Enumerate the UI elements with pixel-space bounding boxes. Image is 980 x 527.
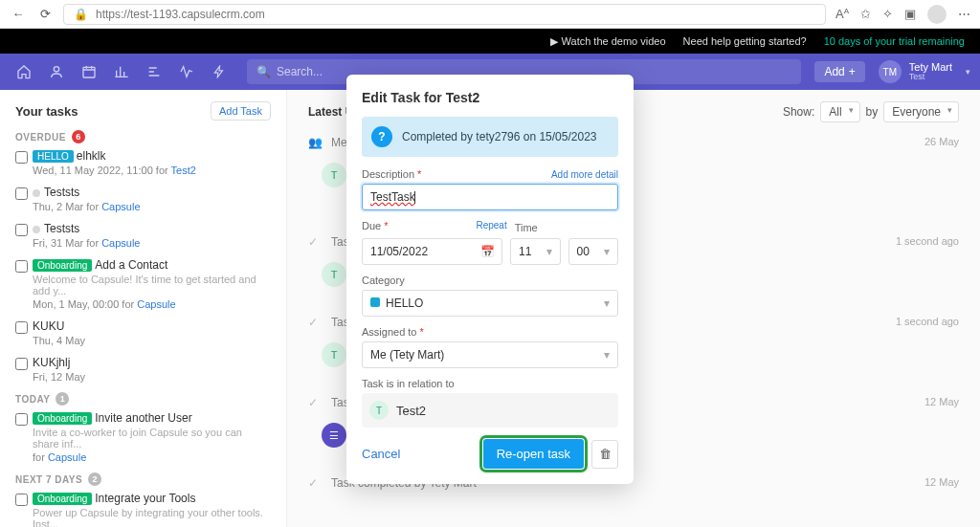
task-checkbox[interactable] [15, 321, 28, 334]
add-task-button[interactable]: Add Task [211, 101, 271, 121]
back-icon[interactable]: ← [10, 6, 27, 23]
relation-avatar: T [369, 401, 389, 420]
add-detail-link[interactable]: Add more detail [551, 169, 618, 180]
person-icon[interactable] [42, 57, 71, 86]
calendar-icon[interactable]: 📅 [480, 245, 495, 258]
search-icon: 🔍 [256, 65, 271, 78]
home-icon[interactable] [10, 57, 38, 86]
play-circle-icon: ▶ [550, 35, 558, 48]
star-outline-icon[interactable]: ✩ [860, 7, 871, 21]
question-icon: ? [371, 126, 392, 147]
delete-button[interactable]: 🗑 [591, 440, 618, 469]
show-label: Show: [783, 105, 814, 119]
user-menu[interactable]: TM Tety Mart Test ▾ [879, 60, 970, 83]
bolt-icon[interactable] [205, 57, 234, 86]
svg-rect-1 [83, 67, 95, 77]
lock-icon: 🔒 [74, 8, 88, 21]
task-tag: HELLO [33, 150, 74, 163]
url-box[interactable]: 🔒 https://test-1193.capsulecrm.com [63, 4, 826, 25]
svg-point-0 [54, 67, 58, 72]
chevron-down-icon: ▾ [966, 67, 970, 77]
more-icon[interactable]: ⋯ [958, 7, 970, 21]
check-icon: ✓ [308, 396, 322, 409]
task-checkbox[interactable] [15, 151, 28, 164]
sidebar-title: Your tasks [15, 104, 78, 119]
text-size-icon[interactable]: AA [835, 7, 849, 21]
assigned-select[interactable]: Me (Tety Mart) [362, 341, 618, 368]
task-checkbox[interactable] [15, 413, 28, 426]
task-row[interactable]: OnboardingAdd a Contact Welcome to Capsu… [15, 258, 271, 310]
due-label: Due [362, 220, 381, 231]
url-text: https://test-1193.capsulecrm.com [96, 8, 265, 21]
user-sub: Test [909, 73, 952, 82]
check-icon: ✓ [308, 476, 322, 490]
today-count-badge: 1 [56, 392, 69, 406]
task-checkbox[interactable] [15, 260, 28, 273]
by-select[interactable]: Everyone [883, 101, 959, 122]
by-label: by [866, 105, 879, 119]
assigned-label: Assigned to [362, 326, 416, 338]
dot-icon [33, 226, 40, 233]
task-row[interactable]: OnboardingIntegrate your Tools Power up … [15, 492, 271, 527]
promo-bar: ▶Watch the demo video Need help getting … [0, 29, 980, 54]
description-label: Description [362, 168, 414, 180]
task-link[interactable]: Capsule [48, 451, 86, 463]
time-hour-select[interactable]: 11 [510, 238, 561, 265]
task-row[interactable]: KUKjhlj Fri, 12 May [15, 356, 271, 383]
completed-banner: ? Completed by tety2796 on 15/05/2023 [362, 117, 618, 157]
edit-task-modal: Edit Task for Test2 ? Completed by tety2… [346, 75, 634, 484]
task-tag: Onboarding [33, 259, 92, 272]
task-link[interactable]: Test2 [171, 165, 196, 176]
profile-icon[interactable] [927, 5, 947, 24]
group-icon: 👥 [308, 136, 322, 149]
activity-icon[interactable] [172, 57, 201, 86]
check-icon: ✓ [308, 235, 322, 249]
avatar: T [322, 163, 346, 187]
check-icon: ✓ [308, 316, 322, 329]
show-select[interactable]: All [820, 101, 859, 122]
task-row[interactable]: OnboardingInvite another User Invite a c… [15, 411, 271, 463]
task-link[interactable]: Capsule [101, 201, 140, 212]
overdue-count-badge: 6 [72, 130, 85, 143]
favorite-icon[interactable]: ✧ [882, 7, 893, 21]
time-min-select[interactable]: 00 [568, 238, 619, 265]
avatar: T [322, 342, 346, 367]
task-checkbox[interactable] [15, 358, 28, 370]
browser-bar: ← ⟳ 🔒 https://test-1193.capsulecrm.com A… [0, 0, 980, 29]
task-tag: Onboarding [33, 493, 92, 505]
task-row[interactable]: HELLOelhklk Wed, 11 May 2022, 11:00 for … [15, 149, 271, 176]
collections-icon[interactable]: ▣ [904, 7, 916, 21]
section-overdue: OVERDUE 6 [15, 130, 271, 143]
calendar-icon[interactable] [75, 57, 103, 86]
chart-icon[interactable] [107, 57, 136, 86]
task-checkbox[interactable] [15, 187, 28, 200]
help-link[interactable]: Need help getting started? [683, 35, 807, 47]
add-button[interactable]: Add + [814, 61, 864, 82]
description-input[interactable]: TestTask [362, 184, 618, 210]
category-color-chip [370, 297, 380, 307]
reopen-task-button[interactable]: Re-open task [483, 439, 584, 469]
task-row[interactable]: KUKU Thu, 4 May [15, 319, 271, 346]
avatar: T [322, 262, 346, 287]
list-icon[interactable] [140, 57, 168, 86]
plus-icon: + [849, 65, 856, 78]
category-select[interactable]: HELLO [362, 290, 618, 317]
next7-count-badge: 2 [88, 472, 101, 486]
time-label: Time [515, 222, 538, 233]
trash-icon: 🗑 [599, 447, 612, 461]
task-row[interactable]: Teststs Thu, 2 Mar for Capsule [15, 186, 271, 212]
avatar: TM [879, 60, 902, 83]
relation-chip[interactable]: T Test2 [362, 393, 618, 428]
modal-title: Edit Task for Test2 [362, 90, 618, 105]
refresh-icon[interactable]: ⟳ [36, 6, 54, 23]
demo-link[interactable]: ▶Watch the demo video [550, 35, 666, 48]
task-checkbox[interactable] [15, 224, 28, 236]
task-row[interactable]: Teststs Fri, 31 Mar for Capsule [15, 222, 271, 249]
repeat-link[interactable]: Repeat [476, 220, 506, 234]
task-checkbox[interactable] [15, 494, 28, 506]
task-link[interactable]: Capsule [101, 237, 140, 249]
trial-status[interactable]: 10 days of your trial remaining [824, 35, 965, 47]
search-placeholder: Search... [277, 65, 323, 78]
task-link[interactable]: Capsule [137, 298, 175, 310]
cancel-button[interactable]: Cancel [362, 447, 400, 461]
